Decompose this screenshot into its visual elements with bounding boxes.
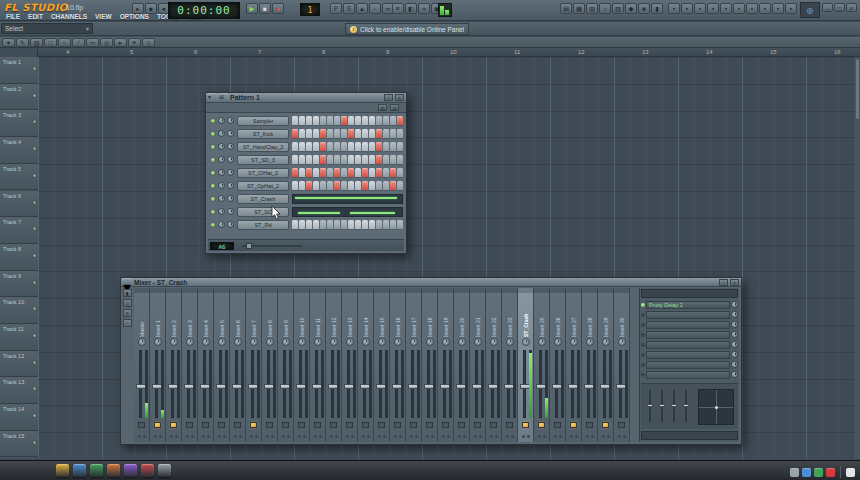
fx-enable-led[interactable] [641, 313, 645, 317]
mixer-strip[interactable]: Insert 22 [486, 288, 502, 442]
song-button[interactable]: S [343, 3, 355, 14]
step-cell[interactable] [299, 155, 305, 165]
save-button[interactable]: ■ [145, 3, 157, 14]
rack-close-button[interactable]: × [395, 94, 404, 101]
step-cell[interactable] [313, 168, 319, 178]
channel-name-button[interactable]: ST_ClHat_2 [237, 168, 289, 178]
playlist-scrollbar[interactable] [855, 57, 860, 459]
rack-detach-button[interactable]: ▫ [384, 94, 393, 101]
channel-volume-knob[interactable] [227, 182, 234, 189]
strip-pan-knob[interactable] [170, 338, 178, 346]
marker-button[interactable]: ▪ [694, 3, 706, 14]
piano-button[interactable]: ♪ [599, 3, 611, 14]
menu-channels[interactable]: CHANNELS [47, 12, 91, 21]
step-cell[interactable] [327, 129, 333, 139]
playlist-track-header[interactable]: Track 14 [0, 404, 38, 431]
strip-pan-knob[interactable] [314, 338, 322, 346]
close-button[interactable]: × [846, 3, 857, 12]
fx-slot-name[interactable] [646, 331, 730, 339]
step-cell[interactable] [362, 181, 368, 191]
track-mute-led[interactable] [33, 414, 36, 417]
strip-pan-knob[interactable] [250, 338, 258, 346]
step-cell[interactable] [383, 181, 389, 191]
strip-record-led[interactable] [618, 422, 625, 428]
step-cell[interactable] [383, 142, 389, 152]
strip-pan-knob[interactable] [474, 338, 482, 346]
strip-record-led[interactable] [266, 422, 273, 428]
music-app-icon[interactable] [124, 464, 137, 477]
mixer-strip[interactable]: Insert 25 [534, 288, 550, 442]
step-cell[interactable] [348, 181, 354, 191]
step-cell[interactable] [348, 220, 354, 230]
step-cell[interactable] [348, 142, 354, 152]
strip-record-led[interactable] [554, 422, 561, 428]
fx-slot-name[interactable] [646, 311, 730, 319]
fx-slot-name[interactable] [646, 361, 730, 369]
mixer-strip[interactable]: Insert 16 [390, 288, 406, 442]
step-cell[interactable] [383, 220, 389, 230]
strip-record-led[interactable] [218, 422, 225, 428]
channel-enable-led[interactable] [211, 158, 215, 162]
step-cell[interactable] [327, 181, 333, 191]
strip-record-led[interactable] [506, 422, 513, 428]
channel-volume-knob[interactable] [227, 143, 234, 150]
stepseq-button[interactable]: ▥ [586, 3, 598, 14]
step-cell[interactable] [397, 220, 403, 230]
mixer-strip[interactable]: Insert 26 [550, 288, 566, 442]
updates-tray-icon[interactable] [846, 468, 855, 477]
mixer-detach-button[interactable]: ▫ [719, 279, 728, 286]
strip-pan-knob[interactable] [298, 338, 306, 346]
step-cell[interactable] [292, 155, 298, 165]
step-cell[interactable] [383, 155, 389, 165]
step-cell[interactable] [376, 181, 382, 191]
channel-name-button[interactable]: ST_Rd [237, 220, 289, 230]
zoom-in-button[interactable]: ▪ [707, 3, 719, 14]
strip-pan-knob[interactable] [522, 338, 530, 346]
step-cell[interactable] [341, 168, 347, 178]
pattern-button[interactable]: P [330, 3, 342, 14]
fx-enable-led[interactable] [641, 303, 645, 307]
strip-record-led[interactable] [186, 422, 193, 428]
mixer-strip[interactable]: Insert 9 [278, 288, 294, 442]
playlist-track-header[interactable]: Track 4 [0, 137, 38, 164]
fx-slot-name[interactable] [646, 351, 730, 359]
step-cell[interactable] [299, 129, 305, 139]
channel-name-button[interactable]: ST_HandClap_2 [237, 142, 289, 152]
menu-file[interactable]: FILE [2, 12, 24, 21]
fx-enable-led[interactable] [641, 333, 645, 337]
fx-enable-led[interactable] [641, 353, 645, 357]
strip-record-led[interactable] [378, 422, 385, 428]
strip-record-led[interactable] [154, 422, 161, 428]
playlist-button[interactable]: ▦ [573, 3, 585, 14]
step-cell[interactable] [341, 181, 347, 191]
fx-mix-knob[interactable] [731, 351, 738, 358]
step-cell[interactable] [355, 155, 361, 165]
explorer-icon[interactable] [158, 464, 171, 477]
strip-pan-knob[interactable] [330, 338, 338, 346]
settings-button[interactable]: ◆ [625, 3, 637, 14]
fx-slot[interactable] [641, 340, 738, 349]
step-cell[interactable] [369, 129, 375, 139]
fx-slot-name[interactable] [646, 341, 730, 349]
strip-pan-knob[interactable] [154, 338, 162, 346]
step-cell[interactable] [390, 220, 396, 230]
fl-engine-tray-icon[interactable] [826, 468, 835, 477]
scope-button[interactable]: ▪ [668, 3, 680, 14]
step-cell[interactable] [397, 129, 403, 139]
strip-pan-knob[interactable] [602, 338, 610, 346]
step-cell[interactable] [306, 155, 312, 165]
blend-button[interactable]: ◧ [405, 3, 417, 14]
rack-step-mode-toggle[interactable]: ▥ [378, 104, 387, 111]
strip-record-led[interactable] [234, 422, 241, 428]
strip-pan-knob[interactable] [138, 338, 146, 346]
strip-record-led[interactable] [330, 422, 337, 428]
channel-volume-knob[interactable] [227, 169, 234, 176]
step-cell[interactable] [376, 142, 382, 152]
pattern-display[interactable]: 1 [300, 3, 320, 16]
step-cell[interactable] [327, 220, 333, 230]
step-cell[interactable] [348, 129, 354, 139]
mixer-menu-icon[interactable]: ▾ [123, 278, 132, 287]
step-cell[interactable] [320, 129, 326, 139]
step-cell[interactable] [327, 142, 333, 152]
mixer-strip[interactable]: Insert 15 [374, 288, 390, 442]
